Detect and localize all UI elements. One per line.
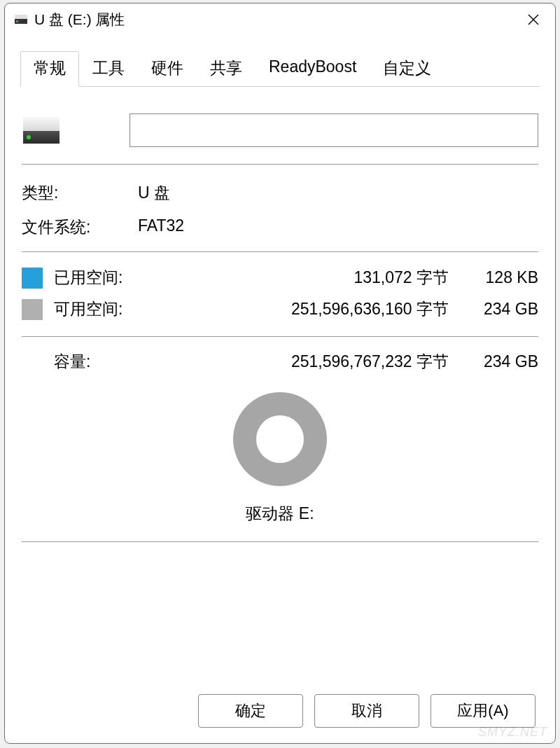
capacity-row: 容量: 251,596,767,232 字节 234 GB — [22, 351, 538, 377]
tab-panel-general: 类型: U 盘 文件系统: FAT32 已用空间: 131,072 字节 128… — [5, 87, 555, 681]
free-human: 234 GB — [461, 300, 538, 319]
ok-button[interactable]: 确定 — [198, 694, 303, 728]
donut-chart — [233, 392, 327, 486]
tab-readyboost[interactable]: ReadyBoost — [255, 51, 370, 87]
capacity-human: 234 GB — [461, 352, 538, 371]
drive-name-input[interactable] — [130, 113, 538, 147]
usage-chart — [22, 377, 538, 496]
title-bar: U 盘 (E:) 属性 — [5, 4, 555, 36]
apply-button[interactable]: 应用(A) — [430, 694, 536, 728]
type-section: 类型: U 盘 文件系统: FAT32 — [22, 165, 538, 252]
free-bytes: 251,596,636,160 字节 — [136, 298, 461, 320]
tab-sharing[interactable]: 共享 — [197, 51, 255, 87]
drive-icon-large — [23, 117, 59, 144]
free-space-row: 可用空间: 251,596,636,160 字节 234 GB — [22, 293, 538, 325]
capacity-bytes: 251,596,767,232 字节 — [136, 351, 461, 373]
free-swatch — [22, 299, 43, 320]
type-value: U 盘 — [138, 182, 538, 204]
filesystem-value: FAT32 — [138, 216, 538, 238]
tab-hardware[interactable]: 硬件 — [138, 51, 197, 87]
capacity-label: 容量: — [54, 351, 136, 373]
cancel-button[interactable]: 取消 — [314, 694, 419, 728]
close-button[interactable] — [517, 4, 550, 36]
properties-dialog: U 盘 (E:) 属性 常规 工具 硬件 共享 ReadyBoost 自定义 类… — [4, 3, 556, 744]
used-swatch — [22, 268, 43, 289]
drive-name-row — [22, 104, 538, 165]
drive-icon — [15, 15, 27, 25]
filesystem-label: 文件系统: — [22, 216, 138, 238]
tab-customize[interactable]: 自定义 — [370, 51, 444, 87]
close-icon — [528, 14, 539, 25]
used-label: 已用空间: — [54, 267, 136, 289]
space-section: 已用空间: 131,072 字节 128 KB 可用空间: 251,596,63… — [22, 252, 538, 337]
tab-general[interactable]: 常规 — [20, 51, 79, 87]
dialog-buttons: 确定 取消 应用(A) — [5, 681, 555, 743]
type-label: 类型: — [22, 182, 138, 204]
window-title: U 盘 (E:) 属性 — [34, 10, 517, 29]
used-space-row: 已用空间: 131,072 字节 128 KB — [22, 262, 538, 293]
used-human: 128 KB — [461, 268, 538, 287]
used-bytes: 131,072 字节 — [136, 267, 461, 289]
free-label: 可用空间: — [54, 298, 136, 320]
drive-letter-label: 驱动器 E: — [22, 496, 538, 525]
tab-tools[interactable]: 工具 — [79, 51, 138, 87]
capacity-section: 容量: 251,596,767,232 字节 234 GB 驱动器 E: — [22, 337, 538, 542]
tab-bar: 常规 工具 硬件 共享 ReadyBoost 自定义 — [5, 36, 555, 87]
